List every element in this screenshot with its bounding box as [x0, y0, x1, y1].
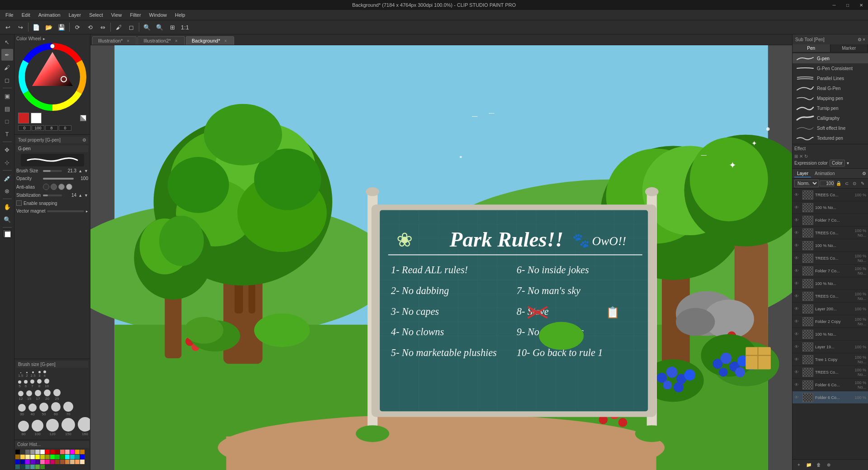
color-wheel-expand[interactable]: ▸ — [43, 36, 45, 41]
palette-swatch[interactable] — [30, 465, 35, 469]
brush-size-8[interactable]: 8 — [37, 379, 42, 388]
palette-swatch[interactable] — [15, 460, 20, 464]
sub-tool-expand[interactable]: × — [863, 37, 865, 42]
transparent-swatch[interactable] — [80, 115, 86, 121]
tab-illustration1-close[interactable]: × — [125, 38, 131, 43]
brush-size-slider[interactable] — [43, 170, 62, 172]
palette-swatch[interactable] — [55, 460, 60, 464]
menu-animation[interactable]: Animation — [35, 11, 64, 19]
brush-size-25[interactable]: 25 — [53, 389, 61, 401]
aa-mid[interactable] — [58, 184, 65, 190]
brush-size-2.5[interactable]: 2.5 — [31, 371, 36, 378]
palette-swatch[interactable] — [75, 460, 80, 464]
brush-size-12[interactable]: 12 — [18, 391, 24, 401]
layer-item[interactable]: 👁TREES Co...100 % — [793, 189, 868, 201]
new-folder-btn[interactable]: 📁 — [804, 461, 813, 469]
subtool-calligraphy[interactable]: Calligraphy — [793, 113, 868, 123]
tool-move[interactable]: ✥ — [1, 144, 13, 156]
layer-item[interactable]: 👁Folder 2 Copy100 % No... — [793, 315, 868, 328]
tool-text[interactable]: T — [1, 128, 13, 140]
layer-visibility-icon[interactable]: 👁 — [794, 205, 801, 210]
menu-filter[interactable]: Filter — [126, 11, 144, 19]
menu-edit[interactable]: Edit — [18, 11, 34, 19]
palette-swatch[interactable] — [30, 455, 35, 459]
brush-size-2[interactable]: 2 — [26, 372, 28, 378]
brush-size-70[interactable]: 70 — [63, 402, 73, 416]
palette-swatch[interactable] — [55, 450, 60, 454]
layer-tab-layer[interactable]: Layer — [794, 170, 811, 177]
tab-illustration2[interactable]: Illustration2* × — [137, 36, 185, 45]
palette-swatch[interactable] — [60, 450, 65, 454]
palette-swatch[interactable] — [35, 460, 40, 464]
toolbar-save[interactable]: 💾 — [56, 22, 67, 33]
layer-visibility-icon[interactable]: 👁 — [794, 382, 801, 387]
toolbar-fit[interactable]: ⊞ — [166, 22, 178, 33]
layer-draft-btn[interactable]: ✎ — [859, 180, 866, 188]
palette-swatch[interactable] — [50, 460, 55, 464]
palette-swatch[interactable] — [25, 465, 30, 469]
tool-pen[interactable]: ✒ — [1, 49, 13, 61]
tool-fill[interactable]: ▣ — [1, 90, 13, 102]
layer-item[interactable]: 👁TREES Co...100 % No... — [793, 290, 868, 303]
brush-size-40[interactable]: 40 — [28, 404, 37, 416]
tool-transform[interactable]: ⊹ — [1, 157, 13, 168]
subtool-real-gpen[interactable]: Real G-Pen — [793, 83, 868, 93]
toolbar-open[interactable]: 📂 — [43, 22, 55, 33]
palette-swatch[interactable] — [15, 465, 20, 469]
palette-swatch[interactable] — [20, 460, 25, 464]
brush-size-17[interactable]: 17 — [35, 390, 41, 401]
brush-size-3[interactable]: 3 — [38, 371, 41, 378]
layer-visibility-icon[interactable]: 👁 — [794, 294, 801, 299]
brush-size-60[interactable]: 60 — [51, 402, 61, 416]
palette-swatch[interactable] — [55, 455, 60, 459]
brush-size-6[interactable]: 6 — [24, 380, 28, 388]
layer-item[interactable]: 👁100 % No... — [793, 328, 868, 341]
palette-swatch[interactable] — [45, 455, 50, 459]
palette-swatch[interactable] — [20, 465, 25, 469]
layer-visibility-icon[interactable]: 👁 — [794, 306, 801, 311]
layer-item[interactable]: 👁100 % No... — [793, 201, 868, 214]
layer-item[interactable]: 👁Folder 7 Co... — [793, 214, 868, 227]
menu-file[interactable]: File — [2, 11, 17, 19]
tool-eraser[interactable]: ◻ — [1, 74, 13, 86]
color-wheel[interactable] — [19, 43, 86, 111]
blend-mode-select[interactable]: Norm. — [794, 180, 819, 187]
layer-visibility-icon[interactable]: 👁 — [794, 243, 801, 248]
layer-visibility-icon[interactable]: 👁 — [794, 230, 801, 235]
layer-visibility-icon[interactable]: 👁 — [794, 332, 801, 337]
layer-visibility-icon[interactable]: 👁 — [794, 344, 801, 349]
palette-swatch[interactable] — [20, 455, 25, 459]
subtool-gpen[interactable]: G-pen — [793, 53, 868, 63]
maximize-button[interactable]: □ — [841, 0, 854, 10]
palette-swatch[interactable] — [40, 465, 45, 469]
layer-item[interactable]: 👁Folder 7 Co...100 % No... — [793, 265, 868, 277]
palette-swatch[interactable] — [50, 455, 55, 459]
subtool-tab-pen[interactable]: Pen — [793, 44, 830, 52]
layer-visibility-icon[interactable]: 👁 — [794, 268, 801, 273]
toolbar-redo[interactable]: ↪ — [14, 22, 26, 33]
palette-swatch[interactable] — [30, 450, 35, 454]
toolbar-rotate-left[interactable]: ⟳ — [71, 22, 83, 33]
stab-up[interactable]: ▲ — [78, 193, 82, 198]
tool-hand[interactable]: ✋ — [1, 201, 13, 213]
palette-swatch[interactable] — [45, 450, 50, 454]
tab-illustration2-close[interactable]: × — [174, 38, 179, 43]
minimize-button[interactable]: ─ — [827, 0, 841, 10]
palette-swatch[interactable] — [75, 450, 80, 454]
layer-visibility-icon[interactable]: 👁 — [794, 281, 801, 286]
brush-size-120[interactable]: 120 — [46, 419, 59, 436]
palette-swatch[interactable] — [45, 460, 50, 464]
palette-swatch[interactable] — [35, 465, 40, 469]
stabilization-slider[interactable] — [43, 195, 62, 196]
palette-swatch[interactable] — [40, 455, 45, 459]
merge-layer-btn[interactable]: ⊕ — [824, 461, 833, 469]
background-swatch[interactable] — [31, 113, 42, 123]
brush-size-50[interactable]: 50 — [39, 403, 48, 416]
palette-swatch[interactable] — [70, 460, 75, 464]
layer-item[interactable]: 👁Tree 1 Copy100 % No... — [793, 353, 868, 366]
stab-down[interactable]: ▼ — [84, 193, 88, 198]
palette-swatch[interactable] — [75, 455, 80, 459]
layer-panel-options[interactable]: ⚙ — [862, 171, 866, 176]
brush-size-4[interactable]: 4 — [43, 370, 46, 378]
palette-swatch[interactable] — [35, 450, 40, 454]
